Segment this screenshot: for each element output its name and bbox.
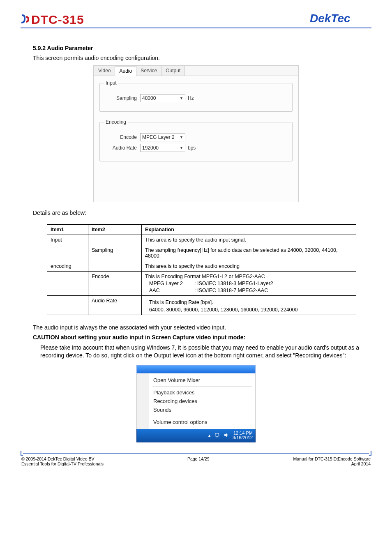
tab-audio[interactable]: Audio [115, 66, 136, 76]
details-lead: Details are as below: [33, 210, 359, 216]
th-item2: Item2 [88, 225, 142, 235]
footer-page: Page 14/29 [187, 456, 210, 466]
section-heading: 5.9.2 Audio Parameter [33, 45, 359, 51]
footer-rule [21, 451, 371, 456]
after-table-p1: The audio input is always the one associ… [33, 324, 359, 331]
table-row: Input This area is to specify the audio … [47, 235, 356, 245]
encoding-group: Encoding Encode MPEG Layer 2 ▼ Audio Rat… [99, 119, 293, 161]
tab-video[interactable]: Video [94, 66, 115, 76]
caution-heading: CAUTION about setting your audio input i… [33, 334, 359, 341]
table-row: Audio Rate This is Encoding Rate [bps]. … [47, 296, 356, 315]
th-explanation: Explanation [142, 225, 356, 235]
tab-bar: Video Audio Service Output [94, 66, 298, 76]
page-header: DTC-315 DekTec [21, 12, 371, 28]
table-row: Sampling The sampling frequency[Hz] for … [47, 245, 356, 261]
page-footer: © 2009-2014 DekTec Digital Video BV Esse… [21, 456, 371, 466]
audio-rate-unit: bps [188, 145, 196, 151]
menu-item-volume-options[interactable]: Volume control options [152, 418, 252, 426]
menu-item-open-mixer[interactable]: Open Volume Mixer [152, 376, 252, 385]
menu-item-recording[interactable]: Recording devices [152, 397, 252, 405]
chevron-down-icon: ▼ [180, 134, 183, 141]
footer-date: April 2014 [293, 461, 371, 466]
svg-rect-1 [215, 433, 219, 436]
encode-label: Encode [104, 134, 137, 140]
menu-item-sounds[interactable]: Sounds [152, 405, 252, 414]
audio-rate-label: Audio Rate [104, 145, 137, 151]
sampling-value: 48000 [142, 94, 156, 102]
input-legend: Input [104, 80, 118, 86]
details-table: Item1 Item2 Explanation Input This area … [47, 224, 356, 315]
tray-expand-icon[interactable]: ▲ [208, 433, 211, 438]
table-row: Encode This is Encoding Format MPEG1-L2 … [47, 272, 356, 296]
svg-rect-2 [216, 437, 218, 438]
menu-item-playback[interactable]: Playback devices [152, 388, 252, 397]
sampling-select[interactable]: 48000 ▼ [140, 94, 185, 102]
company-logo: DekTec [310, 12, 371, 27]
section-number: 5.9.2 [33, 45, 46, 51]
window-titlebar [136, 365, 256, 373]
menu-separator [152, 416, 252, 416]
tab-service[interactable]: Service [136, 66, 161, 76]
footer-tagline: Essential Tools for Digital-TV Professio… [21, 461, 104, 466]
encoding-legend: Encoding [104, 119, 128, 125]
taskbar: ▲ 12:14 PM 3/16/2012 [136, 429, 256, 442]
product-name: DTC-315 [31, 13, 84, 27]
footer-manual: Manual for DTC-315 DtEncode Software [293, 456, 371, 461]
clock-date: 3/16/2012 [233, 435, 253, 440]
taskbar-clock[interactable]: 12:14 PM 3/16/2012 [233, 431, 253, 440]
audio-rate-value: 192000 [142, 144, 159, 152]
audio-settings-panel: Video Audio Service Output Input Samplin… [93, 65, 299, 202]
tab-output[interactable]: Output [161, 66, 185, 76]
chevron-down-icon: ▼ [180, 144, 183, 152]
footer-copyright: © 2009-2014 DekTec Digital Video BV [21, 456, 104, 461]
action-center-icon[interactable] [214, 432, 220, 439]
section-intro: This screen permits audio encoding confi… [33, 55, 359, 61]
product-logo-icon [21, 14, 30, 26]
audio-rate-select[interactable]: 192000 ▼ [140, 144, 185, 152]
encode-value: MPEG Layer 2 [142, 134, 175, 141]
svg-text:DekTec: DekTec [310, 12, 350, 25]
menu-separator [152, 386, 252, 387]
th-item1: Item1 [47, 225, 88, 235]
sampling-label: Sampling [104, 95, 137, 101]
menu-gutter [137, 373, 149, 429]
product-brand: DTC-315 [21, 13, 84, 27]
caution-body: Please take into account that when using… [33, 344, 359, 359]
input-group: Input Sampling 48000 ▼ Hz [99, 80, 293, 112]
table-row: encoding This area is to specify the aud… [47, 261, 356, 272]
encode-select[interactable]: MPEG Layer 2 ▼ [140, 133, 185, 141]
context-menu-screenshot: Open Volume Mixer Playback devices Recor… [136, 365, 256, 442]
chevron-down-icon: ▼ [180, 94, 183, 102]
section-title: Audio Parameter [47, 45, 93, 51]
speaker-icon[interactable] [224, 432, 229, 439]
sampling-unit: Hz [188, 95, 194, 101]
